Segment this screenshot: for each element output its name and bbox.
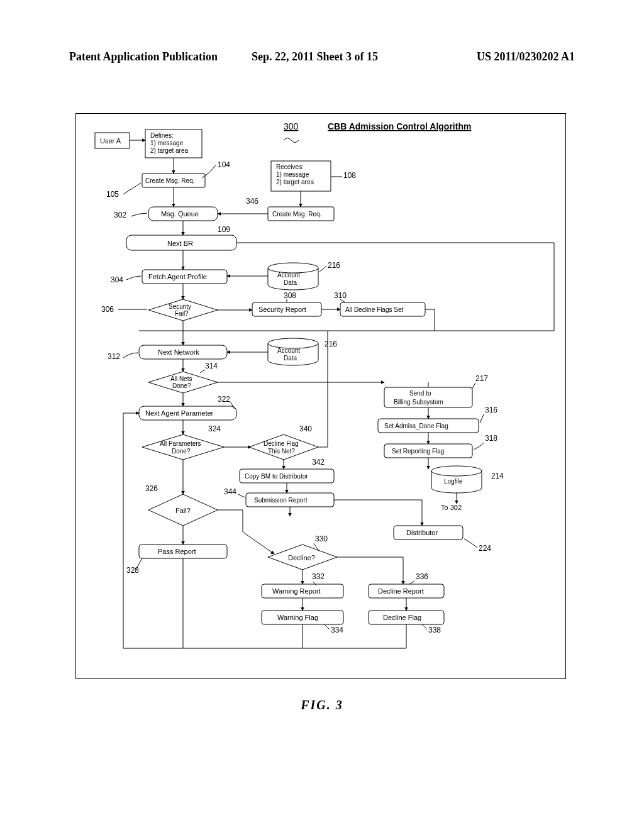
label-330: 330 (315, 534, 328, 543)
flowchart-svg: 300 CBB Admission Control Algorithm User… (76, 114, 567, 680)
decline-flag-box: Decline Flag (383, 614, 421, 621)
svg-point-47 (431, 466, 482, 476)
defines-l2: 2) target area (150, 147, 188, 154)
msg-queue: Msg. Queue (161, 210, 199, 218)
label-306: 306 (101, 305, 114, 314)
fetch-agent-profile: Fetch Agent Profile (148, 273, 207, 280)
defines-title: Defines: (150, 132, 174, 139)
next-agent-param: Next Agent Parameter (145, 409, 214, 417)
security-fail-t: Security (169, 303, 191, 310)
create-msg-req-right: Create Msg. Req. (272, 211, 321, 218)
pass-report: Pass Report (158, 548, 196, 555)
label-304: 304 (111, 275, 123, 284)
label-344: 344 (224, 487, 236, 496)
logfile: Logfile (444, 478, 463, 485)
header-left: Patent Application Publication (69, 50, 218, 64)
user-a-box: User A (100, 137, 121, 145)
svg-marker-53 (142, 434, 224, 460)
account-data-1b: Data (284, 279, 297, 286)
receives-l2: 2) target area (276, 179, 314, 185)
all-nets-b: Done? (172, 382, 191, 389)
next-network: Next Network (158, 348, 200, 356)
label-338: 338 (428, 626, 441, 634)
svg-line-69 (243, 532, 274, 554)
label-334: 334 (331, 626, 343, 634)
label-340: 340 (299, 424, 312, 433)
decline-flag-net-b: This Net? (268, 448, 295, 455)
label-302: 302 (114, 211, 126, 219)
all-params-t: All Parameters (160, 440, 201, 447)
all-nets-t: All Nets (170, 375, 192, 382)
set-reporting: Set Reporting Flag (392, 448, 444, 455)
label-217: 217 (475, 374, 488, 383)
label-336: 336 (416, 572, 428, 581)
copy-bm: Copy BM to Distributor (245, 473, 308, 480)
svg-marker-56 (249, 434, 318, 460)
security-fail-b: Fail? (175, 310, 189, 317)
label-105: 105 (106, 190, 119, 199)
submission-report: Submission Report (254, 497, 308, 504)
label-310: 310 (334, 291, 347, 300)
label-342: 342 (312, 458, 325, 467)
figure-caption: FIG. 3 (0, 698, 644, 712)
all-params-b: Done? (172, 448, 191, 455)
label-109: 109 (218, 225, 230, 234)
label-104: 104 (218, 160, 230, 169)
label-224: 224 (479, 544, 491, 553)
distributor: Distributor (406, 529, 438, 536)
diagram-title: CBB Admission Control Algorithm (328, 121, 471, 131)
label-322: 322 (218, 395, 230, 404)
label-308: 308 (284, 291, 296, 300)
all-decline-flags: All Decline Flags Set (345, 306, 403, 313)
security-report: Security Report (258, 306, 306, 313)
next-br: Next BR (167, 240, 193, 247)
set-admiss: Set Admiss_Done Flag (384, 423, 448, 429)
create-msg-req-left: Create Msg. Req. (145, 177, 194, 184)
label-332: 332 (312, 572, 325, 581)
label-312: 312 (108, 352, 120, 361)
label-346: 346 (246, 197, 258, 206)
figure-frame: 300 CBB Admission Control Algorithm User… (75, 113, 566, 679)
label-214: 214 (491, 472, 504, 480)
label-216a: 216 (328, 261, 340, 270)
label-216b: 216 (325, 340, 337, 348)
label-314: 314 (205, 362, 218, 370)
warning-report: Warning Report (272, 587, 321, 595)
receives-title: Receives: (276, 163, 304, 170)
receives-l1: 1) message (276, 171, 309, 178)
header-right: US 2011/0230202 A1 (477, 50, 575, 64)
send-billing-t: Send to (409, 390, 431, 397)
decline-flag-net-t: Decline Flag (264, 440, 299, 447)
label-324: 324 (208, 424, 221, 433)
fail-diamond: Fail? (175, 507, 191, 514)
defines-l1: 1) message (150, 140, 184, 147)
label-326: 326 (145, 484, 158, 493)
decline-report: Decline Report (378, 587, 424, 595)
header-center: Sep. 22, 2011 Sheet 3 of 15 (252, 50, 378, 64)
account-data-2a: Account (277, 347, 300, 354)
label-108: 108 (343, 171, 356, 180)
account-data-1a: Account (277, 272, 300, 279)
decline-diamond: Decline? (288, 554, 315, 562)
label-316: 316 (485, 406, 497, 414)
label-318: 318 (485, 434, 497, 443)
account-data-2b: Data (284, 355, 297, 362)
to-302: To 302 (441, 504, 462, 511)
warning-flag: Warning Flag (277, 614, 318, 621)
ref-300: 300 (284, 121, 299, 131)
send-billing-b: Billing Subsystem (394, 399, 443, 406)
